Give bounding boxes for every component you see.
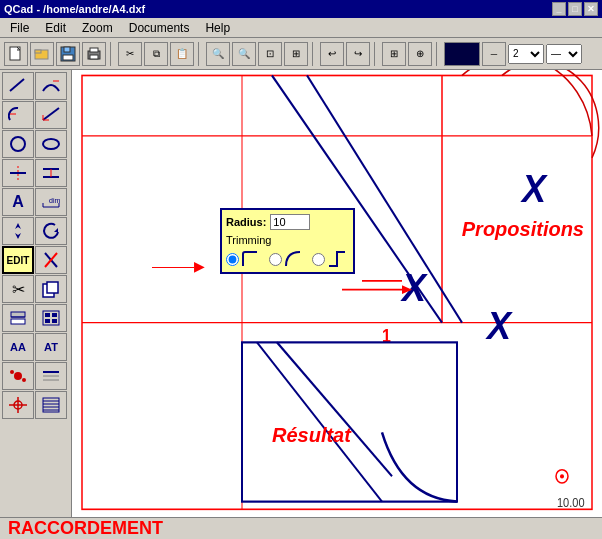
titlebar: QCad - /home/andre/A4.dxf _ □ ✕ [0,0,602,18]
arc-left-tool[interactable] [2,101,34,129]
separator-2 [198,42,202,66]
menu-zoom[interactable]: Zoom [74,19,121,37]
linestyle-select[interactable]: —-- [546,44,582,64]
arrow-indicator: ———▶ [152,258,205,274]
circle-tool[interactable] [2,130,34,158]
zoom-fit-button[interactable]: ⊡ [258,42,282,66]
tool-row-7: EDIT [2,246,69,274]
tool-row-8: ✂ [2,275,69,303]
snap-line-tool[interactable] [2,159,34,187]
main-area: A dim EDIT ✂ [0,70,602,517]
svg-marker-26 [15,223,21,239]
radio-option-2[interactable] [269,250,306,268]
text-tool[interactable]: A [2,188,34,216]
radius-label: Radius: [226,216,266,228]
svg-text:10.00: 10.00 [557,497,585,510]
minimize-button[interactable]: _ [552,2,566,16]
svg-rect-32 [11,312,25,317]
svg-rect-31 [47,282,58,293]
tool-row-9 [2,304,69,332]
radio-option-1[interactable] [226,250,263,268]
tool-row-1 [2,72,69,100]
edit-label[interactable]: EDIT [2,246,34,274]
canvas-svg: X X X 1 10.00 [72,70,602,517]
ellipse-tool[interactable] [35,130,67,158]
line-tool[interactable] [2,72,34,100]
svg-rect-38 [52,313,57,317]
crosshair-tool[interactable] [2,391,34,419]
move-tool[interactable] [2,217,34,245]
dim-tool[interactable]: dim [35,188,67,216]
status-text: RACCORDEMENT [8,518,163,539]
at-text-tool[interactable]: AT [35,333,67,361]
save-button[interactable] [56,42,80,66]
radio-3[interactable] [312,253,325,266]
radio-2[interactable] [269,253,282,266]
menu-edit[interactable]: Edit [37,19,74,37]
radio-option-3[interactable] [312,250,349,268]
titlebar-buttons: _ □ ✕ [552,2,598,16]
menu-documents[interactable]: Documents [121,19,198,37]
zoom-window-button[interactable]: ⊞ [284,42,308,66]
svg-point-41 [10,370,14,374]
separator-4 [374,42,378,66]
scissors-tool[interactable]: ✂ [2,275,34,303]
copy-tool[interactable] [35,275,67,303]
tool-row-6 [2,217,69,245]
radius-dialog: Radius: Trimming [220,208,355,274]
svg-rect-7 [90,48,98,52]
snap-button[interactable]: ⊕ [408,42,432,66]
zoom-out-button[interactable]: 🔍 [232,42,256,66]
close-button[interactable]: ✕ [584,2,598,16]
open-button[interactable] [30,42,54,66]
grid-button[interactable]: ⊞ [382,42,406,66]
tool-row-12 [2,391,69,419]
line-width[interactable]: ─ [482,42,506,66]
print-button[interactable] [82,42,106,66]
svg-rect-68 [242,342,457,501]
propositions-label: Propositions [462,218,584,241]
tool-row-3 [2,130,69,158]
arc-tool[interactable] [35,72,67,100]
radius-row: Radius: [226,214,349,230]
layer-tool[interactable] [35,362,67,390]
resultat-label: Résultat [272,424,351,447]
tool-row-4 [2,159,69,187]
copy-button[interactable]: ⧉ [144,42,168,66]
svg-text:dim: dim [49,197,60,204]
dot-tool[interactable] [2,362,34,390]
svg-rect-8 [90,55,98,59]
svg-rect-5 [63,55,73,60]
svg-point-72 [560,474,564,478]
cut-button[interactable]: ✂ [118,42,142,66]
maximize-button[interactable]: □ [568,2,582,16]
separator-3 [312,42,316,66]
pointer-tool[interactable] [2,304,34,332]
menubar: File Edit Zoom Documents Help [0,18,602,38]
menu-file[interactable]: File [2,19,37,37]
undo-button[interactable]: ↩ [320,42,344,66]
zoom-in-button[interactable]: 🔍 [206,42,230,66]
rotate-tool[interactable] [35,217,67,245]
trim-tool[interactable] [35,246,67,274]
trimming-label: Trimming [226,234,349,246]
measure-tool[interactable] [35,101,67,129]
handle-tool[interactable] [35,304,67,332]
new-button[interactable] [4,42,28,66]
radio-row [226,250,349,268]
radio-1[interactable] [226,253,239,266]
paste-button[interactable]: 📋 [170,42,194,66]
svg-rect-37 [45,319,50,323]
svg-line-9 [10,79,24,91]
radius-input[interactable] [270,214,310,230]
hatching-tool[interactable] [35,391,67,419]
svg-line-12 [43,108,59,120]
redo-button[interactable]: ↪ [346,42,370,66]
svg-rect-33 [11,319,25,324]
linewidth-select[interactable]: 213 [508,44,544,64]
aa-text-tool[interactable]: AA [2,333,34,361]
menu-help[interactable]: Help [197,19,238,37]
svg-point-40 [14,372,22,380]
color-picker[interactable] [444,42,480,66]
parallel-tool[interactable] [35,159,67,187]
